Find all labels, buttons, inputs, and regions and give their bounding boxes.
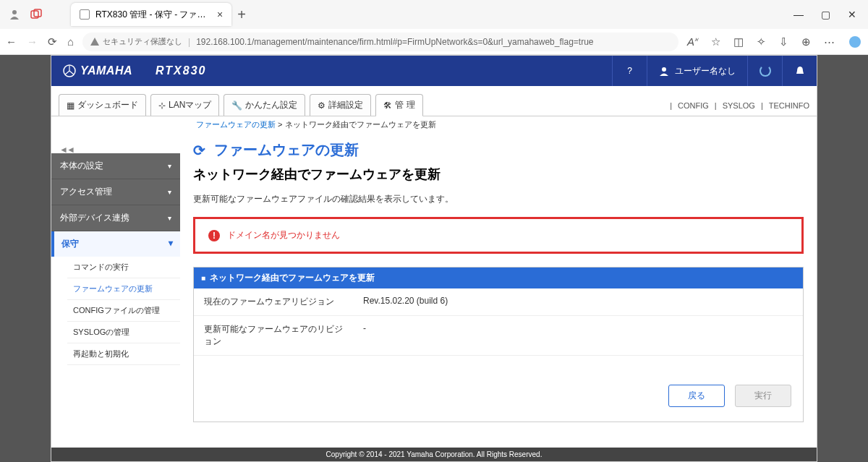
page-description: 更新可能なファームウェアファイルの確認結果を表示しています。 <box>193 193 804 205</box>
svg-point-0 <box>12 10 17 14</box>
sidebar-group-body[interactable]: 本体の設定▾ <box>51 153 180 179</box>
chevron-down-icon: ▾ <box>169 238 173 250</box>
row-key: 現在のファームウェアリビジョン <box>194 288 353 315</box>
user-menu[interactable]: ユーザー名なし <box>647 56 747 86</box>
link-techinfo[interactable]: TECHINFO <box>769 101 809 110</box>
wrench-icon: 🔧 <box>231 100 242 111</box>
footer-copyright: Copyright © 2014 - 2021 Yamaha Corporati… <box>51 448 817 461</box>
tab-manage[interactable]: 🛠管 理 <box>375 94 422 116</box>
favicon-icon <box>80 9 90 20</box>
window-maximize-icon[interactable]: ▢ <box>821 9 830 20</box>
link-config[interactable]: CONFIG <box>678 101 709 110</box>
back-arrows-icon[interactable]: ◄◄ <box>59 145 74 155</box>
error-alert: ! ドメイン名が見つかりません <box>193 217 804 254</box>
dashboard-icon: ▦ <box>67 100 75 111</box>
user-icon <box>659 66 669 76</box>
profile-icon[interactable] <box>9 9 20 20</box>
table-row: 更新可能なファームウェアのリビジョン - <box>194 316 803 356</box>
row-value: Rev.15.02.20 (build 6) <box>353 288 803 315</box>
sidebar-group-access[interactable]: アクセス管理▾ <box>51 179 180 205</box>
copilot-icon[interactable] <box>848 35 862 49</box>
brand-text: YAMAHA <box>80 64 132 77</box>
gear-icon: ⚙ <box>318 100 326 111</box>
app-header: YAMAHA RTX830 ? ユーザー名なし <box>51 56 817 86</box>
update-icon: ⟳ <box>193 142 205 159</box>
breadcrumb-current: ネットワーク経由でファームウェアを更新 <box>285 120 436 129</box>
sidebar: 本体の設定▾ アクセス管理▾ 外部デバイス連携▾ 保守▾ コマンドの実行 ファー… <box>51 132 180 448</box>
tab-detail[interactable]: ⚙詳細設定 <box>310 94 371 116</box>
bell-icon <box>795 66 805 76</box>
svg-point-4 <box>849 36 861 48</box>
lanmap-icon: ⊹ <box>158 100 166 111</box>
svg-point-9 <box>662 67 666 72</box>
chevron-down-icon: ▾ <box>168 188 171 196</box>
row-key: 更新可能なファームウェアのリビジョン <box>194 316 353 355</box>
sidebar-item-command[interactable]: コマンドの実行 <box>67 257 180 278</box>
window-close-icon[interactable]: ✕ <box>848 9 856 20</box>
back-button[interactable]: 戻る <box>668 385 725 407</box>
collections-icon[interactable]: ✧ <box>757 35 766 48</box>
page-subtitle: ネットワーク経由でファームウェアを更新 <box>193 166 804 183</box>
nav-back-icon[interactable]: ← <box>6 35 17 48</box>
tab-close-icon[interactable]: × <box>217 9 223 20</box>
nav-home-icon[interactable]: ⌂ <box>67 35 74 48</box>
execute-button: 実行 <box>735 385 791 407</box>
link-syslog[interactable]: SYSLOG <box>723 101 755 110</box>
model-text: RTX830 <box>144 64 206 77</box>
svg-line-8 <box>69 71 74 74</box>
downloads-icon[interactable]: ⇩ <box>779 35 788 48</box>
nav-reload-icon[interactable]: ⟳ <box>48 35 57 48</box>
sidebar-item-firmware[interactable]: ファームウェアの更新 <box>67 278 180 300</box>
sidebar-item-syslog[interactable]: SYSLOGの管理 <box>67 322 180 343</box>
tab-easy[interactable]: 🔧かんたん設定 <box>224 94 305 116</box>
breadcrumb: ファームウェアの更新 > ネットワーク経由でファームウェアを更新 <box>51 116 817 132</box>
not-secure-icon <box>90 37 100 47</box>
browser-tab[interactable]: RTX830 管理 - 保守 - ファームウェア × <box>71 3 231 26</box>
address-bar[interactable]: セキュリティ保護なし | 192.168.100.1/management/ma… <box>82 33 678 51</box>
nav-forward-icon: → <box>27 35 38 48</box>
tab-dashboard[interactable]: ▦ダッシュボード <box>59 94 146 116</box>
security-label: セキュリティ保護なし <box>103 36 182 47</box>
yamaha-logo-icon <box>63 64 76 77</box>
breadcrumb-link[interactable]: ファームウェアの更新 <box>196 120 276 129</box>
split-icon[interactable]: ◫ <box>733 35 744 48</box>
sidebar-item-config[interactable]: CONFIGファイルの管理 <box>67 300 180 322</box>
tab-title: RTX830 管理 - 保守 - ファームウェア <box>95 9 211 21</box>
text-size-icon[interactable]: Aא <box>687 35 698 48</box>
window-minimize-icon[interactable]: — <box>793 9 804 20</box>
loading-indicator <box>747 56 782 86</box>
svg-marker-3 <box>90 38 99 46</box>
more-icon[interactable]: ⋯ <box>824 35 835 48</box>
table-row: 現在のファームウェアリビジョン Rev.15.02.20 (build 6) <box>194 288 803 316</box>
section-header: ■ネットワーク経由でファームウェアを更新 <box>194 268 803 288</box>
page-title: ⟳ ファームウェアの更新 <box>193 140 804 160</box>
favorite-icon[interactable]: ☆ <box>711 35 720 48</box>
error-icon: ! <box>208 230 220 241</box>
user-label: ユーザー名なし <box>675 65 736 77</box>
notifications-button[interactable] <box>782 56 817 86</box>
extensions-icon[interactable]: ⊕ <box>801 35 811 48</box>
error-message: ドメイン名が見つかりません <box>227 229 340 241</box>
chevron-down-icon: ▾ <box>168 162 171 170</box>
chevron-down-icon: ▾ <box>168 214 171 222</box>
row-value: - <box>353 316 803 355</box>
new-tab-button[interactable]: + <box>237 7 246 23</box>
url-path: 192.168.100.1/management/maintenance/fir… <box>196 37 593 47</box>
tab-lanmap[interactable]: ⊹LANマップ <box>150 94 219 116</box>
help-button[interactable]: ? <box>612 56 647 86</box>
svg-line-7 <box>65 71 69 74</box>
firmware-panel: ■ネットワーク経由でファームウェアを更新 現在のファームウェアリビジョン Rev… <box>193 267 804 422</box>
sidebar-item-restart[interactable]: 再起動と初期化 <box>67 343 180 365</box>
workspaces-icon[interactable] <box>30 9 42 20</box>
sidebar-group-external[interactable]: 外部デバイス連携▾ <box>51 205 180 231</box>
tool-icon: 🛠 <box>383 100 392 111</box>
sidebar-group-maintenance[interactable]: 保守▾ <box>51 231 180 257</box>
